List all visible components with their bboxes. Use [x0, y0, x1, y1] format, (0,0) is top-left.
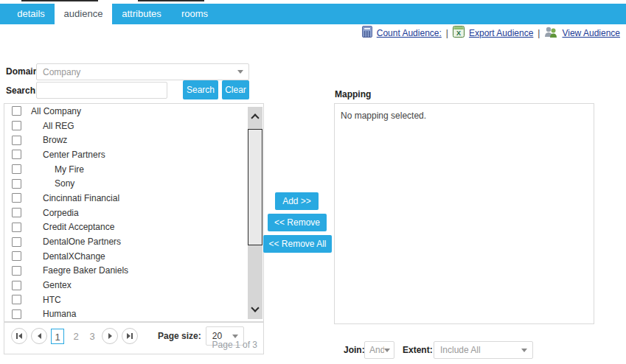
list-item[interactable]: Center Partners — [4, 147, 263, 162]
scroll-up-button[interactable] — [248, 107, 262, 126]
chevron-down-icon — [237, 70, 243, 74]
previous-page-icon — [38, 333, 41, 339]
list-item-label: Sony — [55, 178, 74, 189]
domain-dropdown-value: Company — [37, 67, 237, 77]
domain-dropdown[interactable]: Company — [36, 63, 249, 80]
join-dropdown[interactable]: And — [364, 341, 394, 359]
checkbox[interactable] — [12, 136, 21, 145]
extent-label: Extent: — [403, 345, 433, 355]
list-item-label: Credit Acceptance — [43, 222, 114, 232]
remove-button[interactable]: << Remove — [268, 214, 327, 231]
list-item-label: Cincinnati Financial — [43, 193, 119, 203]
checkbox[interactable] — [12, 179, 21, 189]
list-item-label: DentalOne Partners — [43, 237, 121, 247]
list-item[interactable]: Gentex — [4, 278, 263, 293]
view-audience-link[interactable]: View Audience — [562, 28, 620, 38]
checkbox[interactable] — [12, 106, 21, 116]
list-item-label: Browz — [43, 135, 67, 145]
page-number-3[interactable]: 3 — [86, 331, 99, 342]
checkbox[interactable] — [12, 281, 21, 290]
company-list: All Company All REG Browz Center Partner… — [4, 103, 264, 322]
list-item[interactable]: DentalXChange — [4, 249, 263, 264]
excel-icon: X — [453, 26, 465, 41]
remove-all-button[interactable]: << Remove All — [263, 235, 332, 253]
checkbox[interactable] — [12, 237, 21, 247]
list-item-label: DentalXChange — [43, 251, 105, 262]
list-item-label: Center Partners — [43, 150, 105, 160]
list-item[interactable]: HTC — [4, 293, 263, 307]
checkbox[interactable] — [12, 251, 21, 261]
vertical-scrollbar[interactable] — [248, 107, 262, 319]
chevron-down-icon — [384, 349, 390, 352]
list-item-label: All Company — [31, 106, 81, 116]
join-label: Join: — [344, 345, 365, 355]
checkbox[interactable] — [12, 208, 21, 217]
tab-audience[interactable]: audience — [55, 4, 112, 24]
list-item[interactable]: Browz — [4, 133, 263, 147]
clear-button[interactable]: Clear — [222, 80, 249, 99]
previous-page-button[interactable] — [31, 328, 47, 344]
list-item[interactable]: Cincinnati Financial — [4, 191, 263, 206]
checkbox[interactable] — [12, 121, 21, 130]
list-item[interactable]: All Company — [4, 104, 263, 119]
list-item-label: Corpedia — [43, 208, 79, 218]
chevron-down-icon — [232, 335, 238, 338]
checkbox[interactable] — [12, 164, 21, 174]
next-page-button[interactable] — [102, 328, 118, 344]
link-separator: | — [538, 28, 540, 38]
list-item[interactable]: Faegre Baker Daniels — [4, 264, 263, 279]
chevron-up-icon — [251, 113, 259, 122]
join-dropdown-value: And — [365, 345, 384, 355]
checkbox[interactable] — [12, 266, 21, 276]
list-item-label: Faegre Baker Daniels — [43, 265, 128, 276]
checkbox[interactable] — [12, 150, 21, 159]
extent-dropdown[interactable]: Include All — [434, 341, 533, 359]
last-page-icon — [127, 333, 131, 339]
page-size-label: Page size: — [158, 331, 201, 341]
checkbox[interactable] — [12, 223, 21, 232]
audience-action-links: Count Audience: | X Export Audience | Vi… — [362, 26, 620, 41]
list-item[interactable]: Sony — [4, 176, 263, 191]
list-item[interactable]: DentalOne Partners — [4, 234, 263, 249]
scrollbar-thumb[interactable] — [248, 129, 262, 245]
scroll-down-button[interactable] — [248, 300, 262, 319]
checkbox[interactable] — [12, 193, 21, 203]
link-separator: | — [446, 28, 448, 38]
svg-text:X: X — [456, 29, 461, 37]
first-page-button[interactable] — [11, 328, 27, 344]
mapping-title: Mapping — [335, 89, 371, 99]
list-item[interactable]: My Fire — [4, 162, 263, 177]
search-label: Search: — [6, 85, 38, 96]
page-number-1[interactable]: 1 — [51, 329, 64, 344]
chevron-down-icon — [521, 349, 527, 352]
list-item-label: All REG — [43, 121, 74, 131]
pager-status: Page 1 of 3 — [212, 340, 257, 350]
list-item[interactable]: Humana — [4, 307, 263, 322]
page-number-2[interactable]: 2 — [69, 331, 83, 342]
people-icon — [544, 26, 557, 41]
last-page-button[interactable] — [122, 328, 138, 344]
list-item-label: HTC — [43, 295, 61, 305]
search-button[interactable]: Search — [183, 80, 218, 99]
checkbox[interactable] — [12, 309, 21, 319]
clipped-text-fragment — [138, 0, 204, 1]
mapping-panel: No mapping selected. — [334, 103, 594, 324]
first-page-icon — [16, 333, 18, 339]
tab-rooms[interactable]: rooms — [171, 4, 218, 24]
list-item[interactable]: All REG — [4, 119, 263, 133]
tab-attributes[interactable]: attributes — [112, 4, 171, 24]
extent-dropdown-value: Include All — [434, 345, 521, 355]
count-audience-link[interactable]: Count Audience: — [377, 28, 442, 38]
pager: 1 2 3 Page size: 20 Page 1 of 3 — [4, 322, 264, 354]
add-button[interactable]: Add >> — [275, 192, 319, 210]
tab-bar: details audience attributes rooms — [0, 4, 626, 24]
checkbox[interactable] — [12, 295, 21, 304]
tab-details[interactable]: details — [7, 4, 55, 24]
list-item[interactable]: Corpedia — [4, 206, 263, 220]
list-item-label: My Fire — [55, 164, 84, 175]
list-item-label: Gentex — [43, 280, 72, 290]
list-item[interactable]: Credit Acceptance — [4, 220, 263, 235]
export-audience-link[interactable]: Export Audience — [469, 28, 533, 38]
search-input[interactable] — [36, 82, 167, 99]
mapping-empty-text: No mapping selected. — [341, 111, 426, 121]
